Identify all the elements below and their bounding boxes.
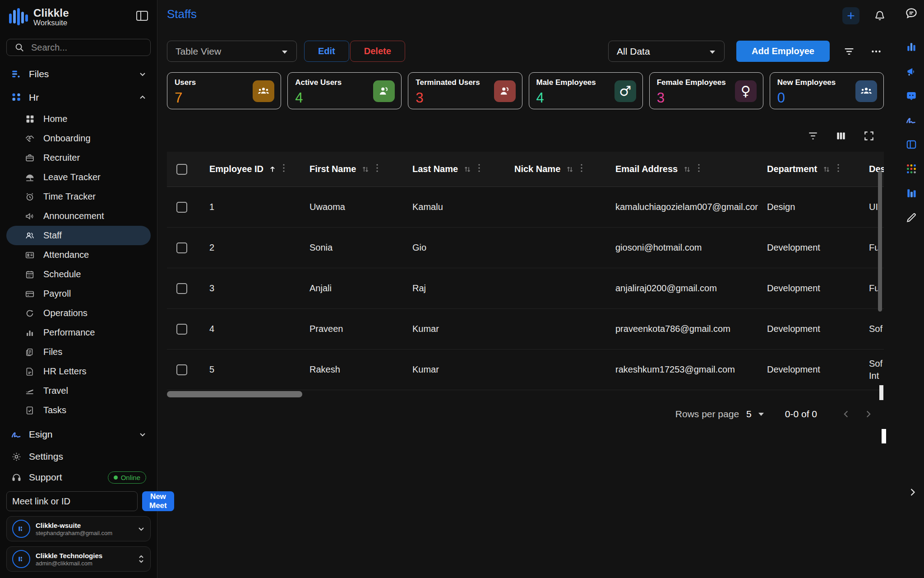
row-checkbox[interactable] <box>176 364 187 375</box>
sort-asc-arrow-icon[interactable] <box>268 165 277 174</box>
sidebar-item-staff[interactable]: Staff <box>6 226 151 245</box>
cell-email: rakeshkum17253@gmail.com <box>606 364 758 375</box>
account-card-2[interactable]: Clikkle Technologies admin@clikkmail.com <box>6 546 151 572</box>
table-row[interactable]: 2 Sonia Gio giosoni@hotmail.com Developm… <box>167 228 884 268</box>
cell-employee-id: 1 <box>197 202 300 212</box>
column-header-department[interactable]: Department <box>758 163 861 175</box>
stats-columns-icon[interactable] <box>904 186 919 200</box>
sidebar-search[interactable] <box>6 39 151 56</box>
row-checkbox[interactable] <box>176 324 187 335</box>
sidebar-item-recruiter[interactable]: Recruiter <box>6 148 151 168</box>
sidebar-item-settings[interactable]: Settings <box>6 446 151 467</box>
sidebar-item-operations[interactable]: Operations <box>6 303 151 323</box>
add-employee-button[interactable]: Add Employee <box>736 41 830 62</box>
column-menu-icon[interactable] <box>580 163 583 175</box>
notifications-bell-icon[interactable] <box>873 9 887 23</box>
cell-last-name: Kumar <box>403 324 505 334</box>
edge-scrollbar-thumb[interactable] <box>882 429 886 443</box>
campaigns-megaphone-icon[interactable] <box>904 64 919 79</box>
table-row[interactable]: 1 Uwaoma Kamalu kamaluchiagozielam007@gm… <box>167 187 884 228</box>
column-header-first-name[interactable]: First Name <box>300 163 403 175</box>
sidebar-item-performance[interactable]: Performance <box>6 323 151 342</box>
sidebar-item-travel[interactable]: Travel <box>6 381 151 401</box>
column-menu-icon[interactable] <box>282 163 285 175</box>
table-row[interactable]: 4 Praveen Kumar praveenkota786@gmail.com… <box>167 309 884 350</box>
sidebar-item-time-tracker[interactable]: Time Tracker <box>6 187 151 206</box>
sidebar-item-payroll[interactable]: Payroll <box>6 284 151 303</box>
sidebar-collapse-icon[interactable] <box>136 11 148 21</box>
cell-department: Development <box>758 283 861 294</box>
sidebar-item-leave-tracker[interactable]: Leave Tracker <box>6 168 151 187</box>
clikkle-logo-icon <box>9 7 28 28</box>
chat-display-icon[interactable] <box>904 89 919 103</box>
delete-button[interactable]: Delete <box>350 41 405 62</box>
nav-label: Staff <box>43 230 62 241</box>
esign-signature-icon[interactable] <box>904 113 919 127</box>
meet-link-input[interactable] <box>6 491 138 511</box>
sort-both-icon[interactable] <box>682 165 692 174</box>
sidebar-item-home[interactable]: Home <box>6 109 151 129</box>
row-checkbox[interactable] <box>176 202 187 213</box>
analytics-bars-icon[interactable] <box>904 40 919 54</box>
table-fullscreen-icon[interactable] <box>861 128 877 144</box>
chat-bubble-icon[interactable] <box>904 6 919 21</box>
sidebar-item-esign[interactable]: Esign <box>6 423 151 446</box>
more-options-icon[interactable] <box>869 44 884 59</box>
edit-button[interactable]: Edit <box>304 41 349 62</box>
column-menu-icon[interactable] <box>698 163 700 175</box>
column-header-email[interactable]: Email Address <box>606 163 758 175</box>
expand-rail-chevron-icon[interactable] <box>907 487 918 499</box>
esign-app-icon <box>11 429 22 440</box>
sidebar-item-hr[interactable]: Hr <box>6 86 151 109</box>
headset-icon <box>11 472 22 483</box>
column-header-nick-name[interactable]: Nick Name <box>505 163 606 175</box>
nav-label: Esign <box>29 429 53 440</box>
projects-layout-icon[interactable] <box>904 137 919 152</box>
rows-per-page-select[interactable]: 5 <box>746 409 764 420</box>
account-card-1[interactable]: Clikkle-wsuite stephandgraham@gmail.com <box>6 516 151 541</box>
column-menu-icon[interactable] <box>376 163 379 175</box>
search-input[interactable] <box>31 42 143 53</box>
cell-last-name: Raj <box>403 283 505 294</box>
sidebar-item-hr-letters[interactable]: HR Letters <box>6 362 151 381</box>
row-checkbox[interactable] <box>176 242 187 253</box>
sidebar-item-support[interactable]: Support Online <box>6 467 151 488</box>
column-menu-icon[interactable] <box>478 163 480 175</box>
sort-both-icon[interactable] <box>822 165 832 174</box>
add-quick-button[interactable]: + <box>842 7 859 24</box>
sort-both-icon[interactable] <box>360 165 370 174</box>
row-checkbox[interactable] <box>176 283 187 294</box>
filter-lines-icon[interactable] <box>841 44 857 59</box>
column-menu-icon[interactable] <box>837 163 840 175</box>
sidebar-item-attendance[interactable]: Attendance <box>6 245 151 265</box>
edge-scrollbar-thumb[interactable] <box>879 385 883 400</box>
sidebar-item-tasks[interactable]: Tasks <box>6 401 151 420</box>
sort-both-icon[interactable] <box>462 165 472 174</box>
table-row[interactable]: 5 Rakesh Kumar rakeshkum17253@gmail.com … <box>167 350 884 390</box>
apps-grid-icon[interactable] <box>904 162 919 176</box>
select-all-checkbox[interactable] <box>176 164 187 175</box>
cell-designation: Sof <box>861 323 884 335</box>
sort-both-icon[interactable] <box>565 165 575 174</box>
horizontal-scrollbar[interactable] <box>167 391 302 397</box>
table-view-select[interactable]: Table View <box>167 41 297 62</box>
previous-page-button[interactable] <box>839 406 854 422</box>
column-header-last-name[interactable]: Last Name <box>403 163 505 175</box>
sidebar-item-schedule[interactable]: Schedule <box>6 265 151 284</box>
table-filter-icon[interactable] <box>805 128 821 144</box>
table-row[interactable]: 3 Anjali Raj anjaliraj0200@gmail.com Dev… <box>167 268 884 309</box>
sidebar-item-files[interactable]: Files <box>6 62 151 86</box>
column-header-employee-id[interactable]: Employee ID <box>197 163 300 175</box>
sidebar-item-announcement[interactable]: Announcement <box>6 206 151 226</box>
cell-email: giosoni@hotmail.com <box>606 242 758 253</box>
cell-employee-id: 5 <box>197 364 300 375</box>
avatar <box>12 520 30 538</box>
sidebar-item-onboarding[interactable]: Onboarding <box>6 129 151 148</box>
table-columns-icon[interactable] <box>833 128 849 144</box>
edit-pencil-icon[interactable] <box>904 210 919 225</box>
all-data-select[interactable]: All Data <box>608 41 725 62</box>
next-page-button[interactable] <box>860 406 876 422</box>
vertical-scrollbar[interactable] <box>878 171 882 312</box>
sidebar-item-files-sub[interactable]: Files <box>6 342 151 362</box>
files-app-icon <box>11 69 22 79</box>
